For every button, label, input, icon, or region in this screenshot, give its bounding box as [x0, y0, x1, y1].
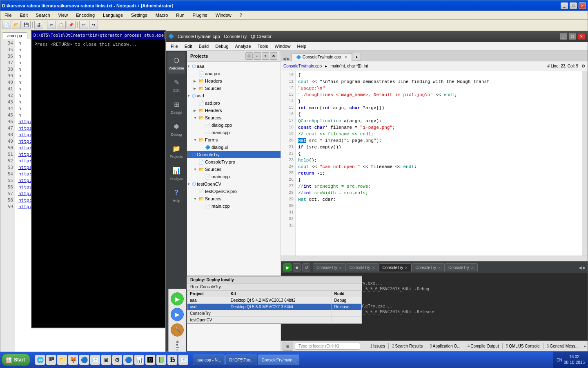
qt-code-editor[interactable]: 1011121314151617181920212223242526272829…	[281, 71, 588, 256]
menu-file[interactable]: File	[2, 12, 14, 18]
menu-language[interactable]: Language	[100, 12, 125, 18]
tree-row[interactable]: 📄main.cpp	[187, 202, 281, 210]
tree-row[interactable]: ▼📂Sources	[187, 114, 281, 121]
tree-row[interactable]: ▶📂Headers	[187, 77, 281, 85]
toolbar-open[interactable]: 📂	[12, 21, 21, 29]
toolbar-redo[interactable]: ↪	[89, 21, 98, 29]
notepad-minimize-btn[interactable]: _	[561, 2, 568, 9]
toolbar-paste[interactable]: 📌	[67, 21, 76, 29]
bottom-tab-nav-more[interactable]: ▸	[582, 344, 588, 348]
editor-scrollbar-v[interactable]	[582, 71, 588, 256]
notepad-close-btn[interactable]: ✕	[579, 2, 586, 9]
output-tab-close[interactable]: ✕	[405, 266, 408, 270]
output-tab-close[interactable]: ✕	[471, 266, 474, 270]
bottom-tab-application-o...[interactable]: 3 Application O...	[426, 343, 464, 349]
menu-macro[interactable]: Macro	[153, 12, 171, 18]
output-tab[interactable]: ConsoleTry✕	[313, 263, 346, 272]
deploy-row[interactable]: asd Desktop Qt 5.5.0 MSVC2013 64bit Rele…	[187, 304, 362, 310]
qt-menu-file[interactable]: File	[167, 43, 181, 49]
notepad-maximize-btn[interactable]: □	[570, 2, 577, 9]
bottom-tab-issues[interactable]: 1 Issues	[367, 343, 388, 349]
tab-prev-btn[interactable]: ◀	[283, 56, 286, 61]
sidebar-item-welcome[interactable]: ⬡ Welcome	[167, 52, 185, 74]
taskbar-icon-7[interactable]: ⚙	[112, 355, 122, 365]
sidebar-item-edit[interactable]: ✎ Edit	[167, 74, 185, 96]
sidebar-item-design[interactable]: ⊞ Design	[167, 96, 185, 118]
qt-menu-help[interactable]: Help	[294, 43, 310, 49]
qt-menu-analyze[interactable]: Analyze	[232, 43, 254, 49]
bottom-tab-qml/js-console[interactable]: 5 QML/JS Console	[503, 343, 543, 349]
qt-menu-tools[interactable]: Tools	[254, 43, 272, 49]
sidebar-item-projects[interactable]: 📁 Projects	[167, 141, 185, 162]
tree-row[interactable]: 📄testOpenCV.pro	[187, 188, 281, 195]
qt-menu-window[interactable]: Window	[271, 43, 294, 49]
output-tab-close[interactable]: ✕	[372, 266, 375, 270]
tree-row[interactable]: ▼📂Forms	[187, 136, 281, 144]
toolbar-save[interactable]: 💾	[22, 21, 31, 29]
toolbar-print[interactable]: 🖨	[34, 21, 43, 29]
menu-search[interactable]: Search	[33, 12, 53, 18]
qt-menu-debug[interactable]: Debug	[212, 43, 232, 49]
run-restart-btn[interactable]: ↺	[302, 263, 310, 272]
taskbar-btn-qtcreator[interactable]: ConsoleTry/main...	[258, 355, 300, 365]
output-tab[interactable]: ConsoleTry✕	[379, 263, 412, 272]
sidebar-item-help[interactable]: ? Help	[167, 185, 185, 206]
deploy-row[interactable]: aaa Desktop Qt 5.4.2 MSVC2013 64bit2 Deb…	[187, 297, 362, 304]
tree-row[interactable]: ▼📂Sources	[187, 166, 281, 173]
deploy-row[interactable]: ConsoleTry	[187, 310, 362, 317]
panel-filter-btn[interactable]: ⊟	[245, 52, 253, 60]
tree-row[interactable]: ▶📂Headers	[187, 107, 281, 114]
taskbar-btn-console[interactable]: D:\QT5\Too...	[225, 355, 257, 365]
output-tab[interactable]: ConsoleTry✕	[445, 263, 478, 272]
taskbar-icon-6[interactable]: 🖥	[101, 355, 111, 365]
qt-code-content[interactable]: { cout << "\nThis program demonstrates l…	[296, 71, 582, 256]
taskbar-icon-7z[interactable]: 🗜	[167, 355, 177, 365]
bottom-tab-search-results[interactable]: 2 Search Results	[389, 343, 426, 349]
tree-row[interactable]: ▼⬡testOpenCV	[187, 180, 281, 188]
tree-row[interactable]: 📄dialog.cpp	[187, 121, 281, 129]
tree-row[interactable]: ▶📂Sources	[187, 85, 281, 92]
tree-row[interactable]: 🔷dialog.ui	[187, 144, 281, 151]
sidebar-item-analyze[interactable]: 📊 Analyze	[167, 163, 185, 184]
locate-input[interactable]	[295, 343, 360, 350]
qt-minimize-btn[interactable]: _	[560, 33, 567, 40]
editor-scrollbar-h[interactable]	[281, 256, 588, 261]
taskbar-icon-9[interactable]: 📊	[134, 355, 144, 365]
bottom-panel-toggle[interactable]: ⊟	[283, 342, 293, 351]
taskbar-icon-5[interactable]: 📧	[90, 355, 100, 365]
tree-row[interactable]: 📄ConsoleTry.pro	[187, 158, 281, 166]
flag-icon[interactable]: 🏴	[46, 355, 56, 365]
run-debug-deploy-btn[interactable]: ▶	[171, 308, 184, 321]
ie-icon[interactable]: 🌐	[35, 355, 45, 365]
tree-row[interactable]: ▼⬡ConsoleTry	[187, 151, 281, 158]
taskbar-btn-notepad[interactable]: aaa.cpp - N...	[193, 355, 225, 365]
tree-row[interactable]: ▼⬡aaa	[187, 63, 281, 70]
start-button[interactable]: 🪟 Start	[2, 354, 30, 366]
taskbar-icon-8[interactable]: 🔵	[123, 355, 133, 365]
menu-settings[interactable]: Settings	[129, 12, 150, 18]
tab-close-btn[interactable]: ✕	[344, 55, 347, 59]
deploy-row[interactable]: testOpenCV	[187, 317, 362, 323]
notepad-tab-active[interactable]: aaa.cpp	[2, 32, 27, 39]
run-play-btn[interactable]: ▶	[283, 263, 292, 272]
menu-help[interactable]: ?	[237, 12, 245, 18]
qt-menu-edit[interactable]: Edit	[181, 43, 196, 49]
output-tab[interactable]: ConsoleTry✕	[412, 263, 445, 272]
taskbar-icon-10[interactable]: 🅾	[145, 355, 155, 365]
menu-window[interactable]: Window	[213, 12, 234, 18]
tree-row[interactable]: ▼⬡asd	[187, 92, 281, 99]
menu-edit[interactable]: Edit	[18, 12, 30, 18]
tree-row[interactable]: 📄main.cpp	[187, 173, 281, 180]
chrome-icon[interactable]: 🔵	[79, 355, 89, 365]
taskbar-icon-excel[interactable]: 📗	[156, 355, 166, 365]
menu-view[interactable]: View	[56, 12, 71, 18]
output-tab-close[interactable]: ✕	[339, 266, 342, 270]
run-stop-btn[interactable]: ■	[293, 263, 301, 272]
menu-plugins[interactable]: Plugins	[190, 12, 210, 18]
toolbar-new[interactable]: 📄	[2, 21, 11, 29]
firefox-icon[interactable]: 🦊	[68, 355, 78, 365]
output-tab[interactable]: ConsoleTry✕	[346, 263, 379, 272]
panel-close-btn[interactable]: ✕	[270, 52, 277, 60]
run-build-deploy-btn[interactable]: 🔨	[171, 323, 184, 337]
qt-menu-build[interactable]: Build	[196, 43, 212, 49]
